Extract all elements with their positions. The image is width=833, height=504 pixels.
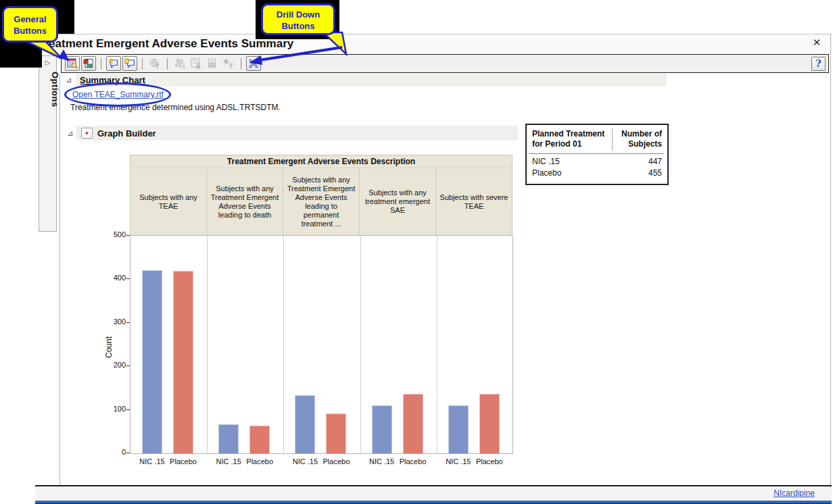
bar-nic15[interactable] xyxy=(372,405,392,453)
y-tick-mark xyxy=(126,278,130,279)
callout-general-buttons: General Buttons xyxy=(2,6,58,43)
y-tick-label: 500 xyxy=(95,230,126,238)
bar-placebo[interactable] xyxy=(249,426,270,453)
x-tick-label: Placebo xyxy=(239,457,280,465)
section-title: Graph Builder xyxy=(97,128,156,138)
ae-narrative-icon: AE xyxy=(205,56,220,71)
toolbar-separator xyxy=(142,58,143,70)
table-col-header: Planned Treatment for Period 01 xyxy=(532,129,604,149)
panel-divider xyxy=(360,236,361,453)
table-col-header: Number of Subjects xyxy=(621,129,662,149)
chart-header-block: Treatment Emergent Adverse Events Descri… xyxy=(130,155,513,236)
toolbar-separator xyxy=(241,58,241,70)
options-panel-label: Options xyxy=(43,72,60,107)
drill-down-icon[interactable] xyxy=(246,56,261,71)
globe-filter-icon xyxy=(147,56,162,71)
panel-divider xyxy=(437,236,437,453)
toolbar-separator xyxy=(101,58,101,70)
bar-placebo[interactable] xyxy=(173,271,193,453)
x-tick-label: Placebo xyxy=(316,457,356,465)
chart-title: Treatment Emergent Adverse Events Descri… xyxy=(130,155,512,168)
y-tick-label: 300 xyxy=(95,318,126,326)
toolbar: AE? xyxy=(61,54,829,73)
data-table-icon[interactable] xyxy=(65,56,80,71)
panel-header: Subjects with any Treatment Emergent Adv… xyxy=(283,168,359,235)
table-column-divider xyxy=(612,128,613,151)
collapse-triangle-icon[interactable]: ⊿ xyxy=(66,76,72,84)
close-icon[interactable]: ✕ xyxy=(809,35,824,50)
table-cell-subjects: 455 xyxy=(648,168,662,178)
copy-note-icon[interactable] xyxy=(122,56,137,71)
section-title: Summary Chart xyxy=(80,75,145,85)
bar-nic15[interactable] xyxy=(218,424,239,453)
panel-divider xyxy=(283,236,284,453)
study-link[interactable]: NIcardipine xyxy=(774,488,815,498)
red-triangle-menu-icon[interactable]: ▼ xyxy=(81,128,93,138)
options-panel[interactable]: ▷ Options xyxy=(39,55,57,232)
y-tick-mark xyxy=(126,366,130,366)
panel-header: Subjects with any TEAE xyxy=(130,168,206,235)
panel-divider xyxy=(207,236,208,453)
new-note-icon[interactable] xyxy=(106,56,121,71)
bar-nic15[interactable] xyxy=(448,405,469,453)
x-tick-label: Placebo xyxy=(393,457,433,465)
status-bar xyxy=(35,486,832,501)
y-tick-label: 100 xyxy=(95,405,126,413)
page-title: Treatment Emergent Adverse Events Summar… xyxy=(38,37,293,51)
plot-area xyxy=(130,235,513,454)
treatment-emergence-note: Treatment emergence determined using ADS… xyxy=(70,103,281,112)
panel-header-row: Subjects with any TEAESubjects with any … xyxy=(130,168,512,235)
toolbar-separator xyxy=(167,58,168,70)
bar-placebo[interactable] xyxy=(403,394,423,453)
y-tick-mark xyxy=(126,453,130,453)
callout-drill-down-buttons: Drill Down Buttons xyxy=(261,3,335,35)
bar-placebo[interactable] xyxy=(479,394,500,453)
subject-profile-icon xyxy=(189,56,204,71)
table-cell-treatment: Placebo xyxy=(532,168,561,178)
y-tick-mark xyxy=(126,409,130,410)
panel-header: Subjects with severe TEAE xyxy=(435,168,512,235)
svg-text:AE: AE xyxy=(210,64,214,67)
y-tick-label: 0 xyxy=(95,448,126,456)
section-header-summary-chart[interactable]: Summary Chart xyxy=(76,74,667,86)
y-tick-mark xyxy=(126,322,130,323)
x-tick-label: Placebo xyxy=(163,457,204,465)
panel-header: Subjects with any Treatment Emergent Adv… xyxy=(206,168,283,235)
subject-review-icon xyxy=(172,56,187,71)
window-right-border xyxy=(830,34,831,503)
bar-placebo[interactable] xyxy=(326,413,346,453)
open-rtf-link[interactable]: Open TEAE_Summary.rtf xyxy=(72,90,164,99)
y-tick-label: 200 xyxy=(95,361,126,369)
planned-treatment-table: Planned Treatment for Period 01 Number o… xyxy=(525,124,669,185)
table-cell-subjects: 447 xyxy=(648,157,662,166)
section-header-graph-builder[interactable]: ▼ Graph Builder xyxy=(76,126,518,141)
table-header-divider xyxy=(529,153,664,154)
add-filter-icon xyxy=(221,56,236,71)
panel-header: Subjects with any treatment emergent SAE xyxy=(359,168,435,235)
table-cell-treatment: NIC .15 xyxy=(532,157,560,166)
x-tick-label: Placebo xyxy=(469,457,510,465)
bar-nic15[interactable] xyxy=(295,395,315,453)
panel-splitter[interactable] xyxy=(60,74,60,485)
y-tick-label: 400 xyxy=(95,274,126,282)
collapse-triangle-icon[interactable]: ⊿ xyxy=(67,129,73,138)
y-axis-label: Count xyxy=(104,336,114,358)
graph-builder-chart: Treatment Emergent Adverse Events Descri… xyxy=(95,154,568,475)
journal-save-icon[interactable] xyxy=(81,56,96,71)
bar-nic15[interactable] xyxy=(142,270,162,453)
y-tick-mark xyxy=(126,235,130,236)
help-button[interactable]: ? xyxy=(811,57,826,71)
